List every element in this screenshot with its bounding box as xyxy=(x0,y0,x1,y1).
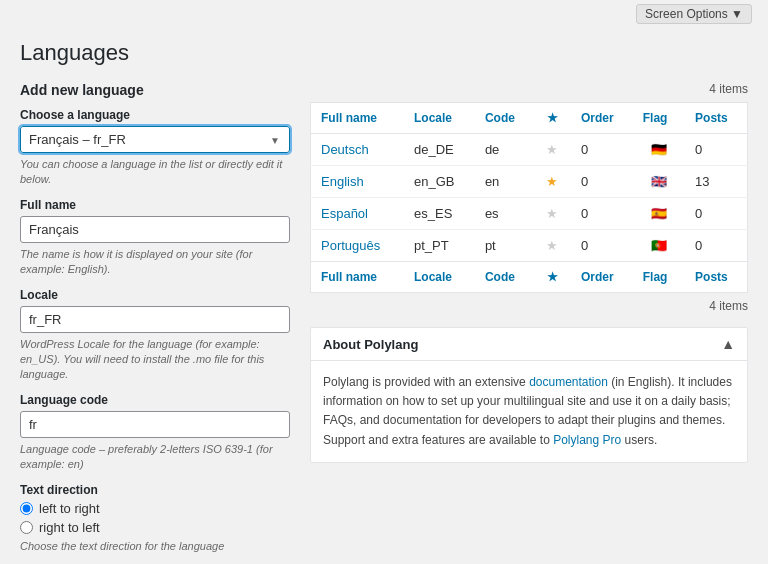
table-row: English en_GB en ★ 0 🇬🇧 13 xyxy=(311,166,748,198)
table-footer-row: Full name Locale Code ★ Order Flag Posts xyxy=(311,262,748,293)
full-name-hint: The name is how it is displayed on your … xyxy=(20,247,290,278)
cell-order: 0 xyxy=(571,198,633,230)
cell-order: 0 xyxy=(571,134,633,166)
about-polylang-header[interactable]: About Polylang ▲ xyxy=(311,328,747,361)
star-filled-icon: ★ xyxy=(546,174,558,189)
cell-star[interactable]: ★ xyxy=(534,198,572,230)
page-title: Languages xyxy=(20,40,748,66)
col-full-name: Full name xyxy=(311,103,405,134)
lang-link[interactable]: Español xyxy=(321,206,368,221)
table-row: Español es_ES es ★ 0 🇪🇸 0 xyxy=(311,198,748,230)
cell-order: 0 xyxy=(571,230,633,262)
about-polylang-toggle-icon: ▲ xyxy=(721,336,735,352)
cell-code: es xyxy=(475,198,534,230)
cell-locale: de_DE xyxy=(404,134,475,166)
lang-link[interactable]: Deutsch xyxy=(321,142,369,157)
language-code-input[interactable] xyxy=(20,411,290,438)
cell-full-name: Español xyxy=(311,198,405,230)
full-name-input[interactable] xyxy=(20,216,290,243)
footer-order: Order xyxy=(571,262,633,293)
items-count-bottom: 4 items xyxy=(310,299,748,313)
table-row: Português pt_PT pt ★ 0 🇵🇹 0 xyxy=(311,230,748,262)
footer-code: Code xyxy=(475,262,534,293)
col-flag: Flag xyxy=(633,103,685,134)
language-code-label: Language code xyxy=(20,393,290,407)
cell-star[interactable]: ★ xyxy=(534,166,572,198)
cell-flag: 🇩🇪 xyxy=(633,134,685,166)
col-code: Code xyxy=(475,103,534,134)
radio-ltr[interactable] xyxy=(20,502,33,515)
footer-full-name: Full name xyxy=(311,262,405,293)
cell-posts: 0 xyxy=(685,230,747,262)
polylang-pro-link[interactable]: Polylang Pro xyxy=(553,433,621,447)
cell-flag: 🇵🇹 xyxy=(633,230,685,262)
footer-locale: Locale xyxy=(404,262,475,293)
language-select[interactable]: Français – fr_FR xyxy=(20,126,290,153)
star-empty-icon: ★ xyxy=(546,238,558,253)
cell-posts: 0 xyxy=(685,198,747,230)
cell-star[interactable]: ★ xyxy=(534,134,572,166)
footer-posts: Posts xyxy=(685,262,747,293)
radio-rtl[interactable] xyxy=(20,521,33,534)
table-row: Deutsch de_DE de ★ 0 🇩🇪 0 xyxy=(311,134,748,166)
cell-full-name: English xyxy=(311,166,405,198)
locale-label: Locale xyxy=(20,288,290,302)
cell-code: en xyxy=(475,166,534,198)
locale-input[interactable] xyxy=(20,306,290,333)
col-order: Order xyxy=(571,103,633,134)
screen-options-bar: Screen Options ▼ xyxy=(0,0,768,28)
about-polylang-body: Polylang is provided with an extensive d… xyxy=(311,361,747,462)
col-posts: Posts xyxy=(685,103,747,134)
lang-link[interactable]: Português xyxy=(321,238,380,253)
items-count-top: 4 items xyxy=(310,82,748,96)
cell-full-name: Deutsch xyxy=(311,134,405,166)
cell-flag: 🇪🇸 xyxy=(633,198,685,230)
languages-table-panel: 4 items Full name Locale Code ★ Order Fl… xyxy=(310,82,748,463)
star-empty-icon: ★ xyxy=(546,142,558,157)
cell-posts: 13 xyxy=(685,166,747,198)
language-select-hint: You can choose a language in the list or… xyxy=(20,157,290,188)
col-locale: Locale xyxy=(404,103,475,134)
star-empty-icon: ★ xyxy=(546,206,558,221)
screen-options-button[interactable]: Screen Options ▼ xyxy=(636,4,752,24)
documentation-link[interactable]: documentation xyxy=(529,375,608,389)
language-code-hint: Language code – preferably 2-letters ISO… xyxy=(20,442,290,473)
cell-order: 0 xyxy=(571,166,633,198)
cell-flag: 🇬🇧 xyxy=(633,166,685,198)
cell-locale: pt_PT xyxy=(404,230,475,262)
radio-ltr-label: left to right xyxy=(39,501,100,516)
about-text-3: users. xyxy=(621,433,657,447)
footer-flag: Flag xyxy=(633,262,685,293)
footer-star: ★ xyxy=(534,262,572,293)
add-language-section-title: Add new language xyxy=(20,82,290,98)
languages-table: Full name Locale Code ★ Order Flag Posts… xyxy=(310,102,748,293)
text-direction-label: Text direction xyxy=(20,483,290,497)
cell-code: de xyxy=(475,134,534,166)
cell-locale: en_GB xyxy=(404,166,475,198)
lang-link[interactable]: English xyxy=(321,174,364,189)
about-text-1: Polylang is provided with an extensive xyxy=(323,375,529,389)
about-polylang-box: About Polylang ▲ Polylang is provided wi… xyxy=(310,327,748,463)
text-direction-hint: Choose the text direction for the langua… xyxy=(20,539,290,554)
add-language-panel: Add new language Choose a language Franç… xyxy=(20,82,290,564)
about-polylang-title: About Polylang xyxy=(323,337,418,352)
language-select-label: Choose a language xyxy=(20,108,290,122)
cell-locale: es_ES xyxy=(404,198,475,230)
radio-rtl-label: right to left xyxy=(39,520,100,535)
cell-full-name: Português xyxy=(311,230,405,262)
text-direction-group: left to right right to left xyxy=(20,501,290,535)
cell-code: pt xyxy=(475,230,534,262)
cell-posts: 0 xyxy=(685,134,747,166)
full-name-label: Full name xyxy=(20,198,290,212)
cell-star[interactable]: ★ xyxy=(534,230,572,262)
table-header-row: Full name Locale Code ★ Order Flag Posts xyxy=(311,103,748,134)
locale-hint: WordPress Locale for the language (for e… xyxy=(20,337,290,383)
col-star: ★ xyxy=(534,103,572,134)
